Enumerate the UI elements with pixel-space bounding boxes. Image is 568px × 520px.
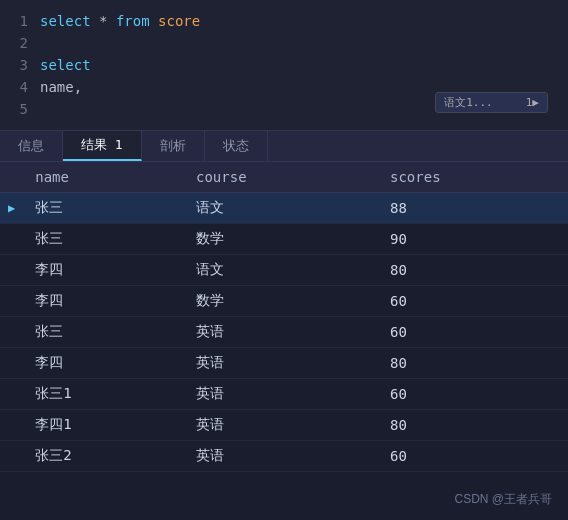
cell-scores: 60 — [374, 441, 568, 472]
cell-name: 李四 — [19, 348, 180, 379]
col-name: name — [19, 162, 180, 193]
cell-name: 张三 — [19, 193, 180, 224]
cell-name: 张三 — [19, 317, 180, 348]
cell-scores: 80 — [374, 410, 568, 441]
results-container: name course scores ▶张三语文88张三数学90李四语文80李四… — [0, 162, 568, 520]
cell-course: 数学 — [180, 224, 374, 255]
cell-scores: 60 — [374, 317, 568, 348]
cell-course: 英语 — [180, 348, 374, 379]
cell-course: 英语 — [180, 317, 374, 348]
row-indicator — [0, 410, 19, 441]
table-row[interactable]: ▶张三语文88 — [0, 193, 568, 224]
cell-scores: 80 — [374, 255, 568, 286]
row-indicator — [0, 441, 19, 472]
cell-scores: 88 — [374, 193, 568, 224]
table-row[interactable]: 张三2英语60 — [0, 441, 568, 472]
code-line-2 — [40, 32, 558, 54]
code-line-3: select — [40, 54, 558, 76]
cell-course: 数学 — [180, 286, 374, 317]
table-row[interactable]: 张三数学90 — [0, 224, 568, 255]
table-row[interactable]: 张三1英语60 — [0, 379, 568, 410]
row-indicator — [0, 348, 19, 379]
table-row[interactable]: 李四数学60 — [0, 286, 568, 317]
editor-area: 1 2 3 4 5 select * from score select nam… — [0, 0, 568, 130]
cell-course: 英语 — [180, 441, 374, 472]
tab-analyze[interactable]: 剖析 — [142, 131, 205, 161]
table-header-row: name course scores — [0, 162, 568, 193]
code-line-1: select * from score — [40, 10, 558, 32]
tabs-bar: 信息 结果 1 剖析 状态 — [0, 130, 568, 162]
col-indicator — [0, 162, 19, 193]
tab-info[interactable]: 信息 — [0, 131, 63, 161]
table-body: ▶张三语文88张三数学90李四语文80李四数学60张三英语60李四英语80张三1… — [0, 193, 568, 472]
results-table: name course scores ▶张三语文88张三数学90李四语文80李四… — [0, 162, 568, 472]
table-row[interactable]: 李四英语80 — [0, 348, 568, 379]
cell-course: 英语 — [180, 410, 374, 441]
row-indicator — [0, 379, 19, 410]
table-row[interactable]: 张三英语60 — [0, 317, 568, 348]
ellipsis-badge: 语文1... 1▶ — [435, 92, 548, 113]
tab-result1[interactable]: 结果 1 — [63, 131, 142, 161]
cell-name: 李四 — [19, 255, 180, 286]
cell-scores: 60 — [374, 286, 568, 317]
col-course: course — [180, 162, 374, 193]
cell-course: 语文 — [180, 193, 374, 224]
cell-name: 张三2 — [19, 441, 180, 472]
table-row[interactable]: 李四语文80 — [0, 255, 568, 286]
tab-status[interactable]: 状态 — [205, 131, 268, 161]
row-indicator — [0, 317, 19, 348]
line-numbers: 1 2 3 4 5 — [0, 0, 36, 130]
row-indicator — [0, 255, 19, 286]
cell-scores: 80 — [374, 348, 568, 379]
row-indicator — [0, 224, 19, 255]
cell-scores: 60 — [374, 379, 568, 410]
cell-course: 英语 — [180, 379, 374, 410]
cell-name: 李四1 — [19, 410, 180, 441]
table-row[interactable]: 李四1英语80 — [0, 410, 568, 441]
row-indicator — [0, 286, 19, 317]
cell-course: 语文 — [180, 255, 374, 286]
main-container: 1 2 3 4 5 select * from score select nam… — [0, 0, 568, 520]
results-area[interactable]: name course scores ▶张三语文88张三数学90李四语文80李四… — [0, 162, 568, 520]
row-indicator: ▶ — [0, 193, 19, 224]
cell-name: 张三1 — [19, 379, 180, 410]
cell-scores: 90 — [374, 224, 568, 255]
cell-name: 张三 — [19, 224, 180, 255]
cell-name: 李四 — [19, 286, 180, 317]
col-scores: scores — [374, 162, 568, 193]
watermark: CSDN @王者兵哥 — [454, 491, 552, 508]
